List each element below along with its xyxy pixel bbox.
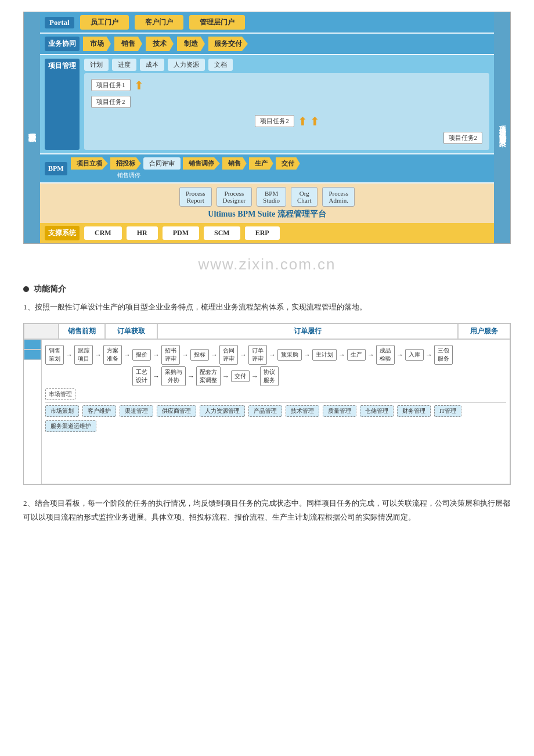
- proj-col-1: 进度: [112, 59, 136, 71]
- main-flow: 销售策划 → 跟踪项目 → 方案准备 → 报价 → 招书评审 → 投标 → 合同…: [45, 345, 506, 400]
- sbox-hr: 人力资源管理: [200, 405, 245, 417]
- task-arrow-2: ⬆: [310, 114, 320, 128]
- proj-top-cols: 计划 进度 成本 人力资源 文档: [84, 59, 489, 71]
- fb-market-mgmt: 市场管理: [45, 388, 75, 400]
- support-scm[interactable]: SCM: [204, 226, 240, 240]
- workflow-step-2[interactable]: 技术: [146, 37, 174, 51]
- proj-tasks: 项目任务1 ⬆ 项目任务2 项目任务2 ⬆ ⬆ 项目任务2: [84, 73, 489, 150]
- bottom-diagram: 销售前期 订单获取 订单履行 用户服务 主价值链业务活动 支撑业务活动 销售策划…: [23, 323, 511, 485]
- portal-btn-customer[interactable]: 客户门户: [135, 15, 183, 30]
- support-pdm[interactable]: PDM: [163, 226, 199, 240]
- proj-col-2: 成本: [140, 59, 164, 71]
- bullet-label: 功能简介: [34, 284, 66, 294]
- workflow-label: 业务协同: [45, 37, 80, 51]
- flow-row-3: 市场管理: [45, 388, 506, 400]
- farrow-2: →: [95, 351, 102, 359]
- support-erp[interactable]: ERP: [245, 226, 280, 240]
- fb-plan: 方案准备: [103, 345, 122, 365]
- task-item-2: 项目任务2: [255, 115, 294, 127]
- tool-org-chart[interactable]: OrgChart: [291, 187, 317, 207]
- task-arrow-1: ⬆: [298, 114, 308, 128]
- bottom-header: 销售前期 订单获取 订单履行 用户服务: [24, 323, 510, 339]
- farrow-14: →: [153, 372, 160, 381]
- fb-process-design: 工艺设计: [132, 366, 151, 386]
- task-item-3: 项目任务2: [443, 132, 483, 144]
- paragraph-2: 2、结合项目看板，每一个阶段的任务的执行情况，均反馈到项目任务的完成状态中。同样…: [23, 496, 511, 524]
- bpm-step-1[interactable]: 招投标: [110, 157, 141, 170]
- bpm-step-3[interactable]: 销售调停: [183, 157, 220, 170]
- platform-row: ProcessReport ProcessDesigner BPMStudio …: [40, 183, 494, 223]
- fb-three-pack: 三包服务: [434, 345, 453, 365]
- bpm-row: BPM 项目立项 招投标 合同评审 销售调停 销售 生产 交付 销售调停: [40, 154, 494, 182]
- support-crm[interactable]: CRM: [84, 226, 122, 240]
- bpm-step-6[interactable]: 交付: [276, 157, 300, 170]
- bottom-left-labels: 主价值链业务活动 支撑业务活动: [24, 339, 41, 484]
- task-item-0: 项目任务1: [91, 79, 131, 91]
- farrow-17: →: [251, 372, 258, 381]
- project-mgmt-label: 项目管理: [45, 59, 80, 150]
- workflow-step-0[interactable]: 市场: [83, 37, 111, 51]
- fb-order-review: 订单评审: [248, 345, 267, 365]
- project-right: 计划 进度 成本 人力资源 文档 项目任务1 ⬆ 项目任务2: [84, 59, 489, 150]
- fb-bid: 投标: [190, 349, 209, 361]
- proj-col-3: 人力资源: [168, 59, 205, 71]
- farrow-4: →: [153, 351, 160, 359]
- support-hr[interactable]: HR: [127, 226, 158, 240]
- bpm-step-5[interactable]: 生产: [249, 157, 273, 170]
- farrow-6: →: [211, 351, 218, 359]
- workflow-row: 业务协同 市场 销售 技术 制造 服务交付: [40, 34, 494, 54]
- bottom-body: 主价值链业务活动 支撑业务活动 销售策划 → 跟踪项目 → 方案准备 → 报价 …: [24, 339, 510, 484]
- blabel-main: 主价值链业务活动: [24, 339, 41, 350]
- fb-inspection: 成品检验: [376, 345, 395, 365]
- portal-btn-management[interactable]: 管理层门户: [189, 15, 245, 30]
- sbox-it: IT管理: [434, 405, 461, 417]
- bullet-dot: [23, 286, 29, 292]
- farrow-11: →: [367, 351, 374, 359]
- bh-pre-sales: 销售前期: [59, 323, 105, 339]
- fb-protocol-service: 协议服务: [260, 366, 279, 386]
- fb-contract: 合同评审: [219, 345, 238, 365]
- workflow-step-4[interactable]: 服务交付: [208, 37, 248, 51]
- right-label: 项目管理流程化集成解决方案: [494, 12, 510, 243]
- tool-bpm-studio[interactable]: BPMStudio: [257, 187, 286, 207]
- bh-empty: [24, 323, 59, 339]
- bh-order-exec: 订单履行: [157, 323, 458, 339]
- left-label: 战略目标管理: [24, 12, 40, 243]
- tool-process-designer[interactable]: ProcessDesigner: [217, 187, 252, 207]
- sbox-finance: 财务管理: [397, 405, 431, 417]
- sbox-tech: 技术管理: [286, 405, 319, 417]
- fb-storage: 入库: [405, 349, 424, 361]
- bh-user-service: 用户服务: [458, 323, 510, 339]
- bullet-section: 功能简介: [23, 284, 511, 294]
- fb-purchase: 采购与外协: [161, 366, 186, 386]
- workflow-step-3[interactable]: 制造: [177, 37, 205, 51]
- sbox-supplier: 供应商管理: [157, 405, 196, 417]
- blabel-support: 支撑业务活动: [24, 350, 41, 360]
- fb-pre-purchase: 预采购: [277, 349, 302, 361]
- project-area: 项目管理 计划 进度 成本 人力资源 文档 项目任务1 ⬆: [40, 55, 494, 153]
- bpm-step-0[interactable]: 项目立项: [71, 157, 108, 170]
- diagram-center: Portal 员工门户 客户门户 管理层门户 业务协同 市场 销售 技术 制造 …: [40, 12, 494, 243]
- platform-name: Ultimus BPM Suite 流程管理平台: [208, 209, 326, 219]
- workflow-step-1[interactable]: 销售: [114, 37, 142, 51]
- farrow-3: →: [124, 351, 131, 359]
- portal-btn-employee[interactable]: 员工门户: [80, 15, 129, 30]
- sbox-product: 产品管理: [248, 405, 282, 417]
- farrow-7: →: [240, 351, 247, 359]
- farrow-15: →: [187, 372, 194, 381]
- tool-process-admin[interactable]: ProcessAdmin.: [322, 187, 355, 207]
- top-diagram: 战略目标管理 Portal 员工门户 客户门户 管理层门户 业务协同 市场 销售…: [23, 12, 511, 244]
- flow-row-1: 销售策划 → 跟踪项目 → 方案准备 → 报价 → 招书评审 → 投标 → 合同…: [45, 345, 506, 365]
- support-area: 市场策划 客户维护 渠道管理 供应商管理 人力资源管理 产品管理 技术管理 质量…: [45, 402, 506, 432]
- farrow-16: →: [222, 372, 229, 381]
- bpm-steps: 项目立项 招投标 合同评审 销售调停 销售 生产 交付 销售调停: [71, 157, 300, 179]
- support-items: 市场策划 客户维护 渠道管理 供应商管理 人力资源管理 产品管理 技术管理 质量…: [45, 405, 506, 432]
- task-arrow-0: ⬆: [134, 78, 144, 92]
- fb-track: 跟踪项目: [74, 345, 93, 365]
- sbox-market-plan: 市场策划: [45, 405, 79, 417]
- fb-quote: 报价: [132, 349, 151, 361]
- bpm-step-4[interactable]: 销售: [222, 157, 247, 170]
- support-label: 支撑系统: [45, 226, 80, 240]
- tool-process-report[interactable]: ProcessReport: [179, 187, 212, 207]
- farrow-13: →: [425, 351, 432, 359]
